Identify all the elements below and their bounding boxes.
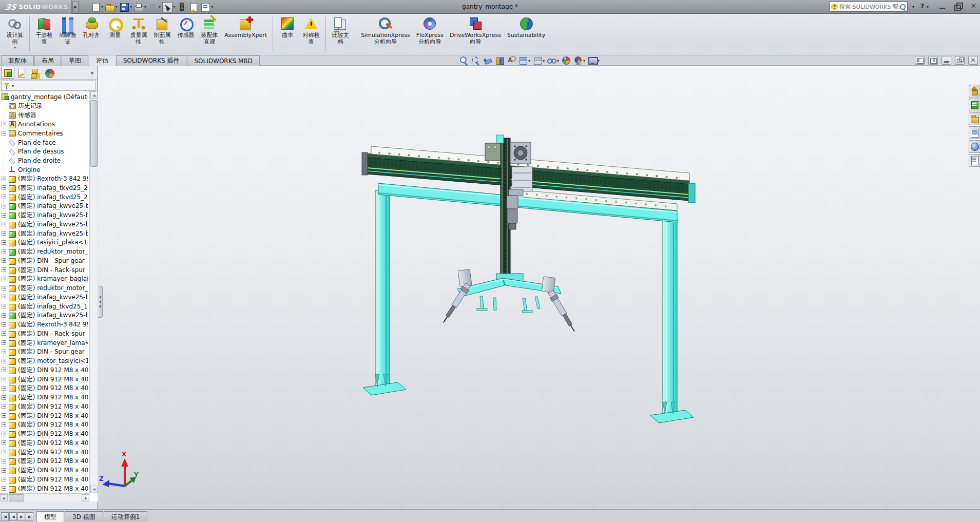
expand-toggle[interactable] [2, 395, 6, 400]
floxpress-button[interactable]: FloXpress 分析向导 ▾ [413, 15, 447, 46]
sustainability-button[interactable]: Sustainability ▾ [504, 15, 548, 39]
featuremanager-tab[interactable] [1, 67, 14, 79]
file-explorer-tab[interactable] [969, 112, 980, 125]
print-button[interactable]: ▾ [133, 2, 146, 12]
mass-properties-button[interactable]: 质量属 性 ▾ [127, 15, 150, 46]
dropdown-caret-icon[interactable]: ▾ [173, 5, 175, 9]
tab-assembly[interactable]: 装配体 [1, 55, 34, 66]
displaymanager-tab[interactable] [43, 67, 56, 79]
expand-toggle[interactable] [2, 185, 6, 190]
model-tab[interactable]: 模型 [36, 511, 64, 522]
propertymanager-tab[interactable] [15, 67, 28, 79]
design-study-button[interactable]: 设计算 例 ▾ [3, 15, 27, 50]
tab-sketch[interactable]: 草图 [62, 55, 88, 66]
panel-more-chevrons[interactable]: » [90, 69, 96, 76]
feature-tree-item[interactable]: (固定) DIN - Rack-spur [0, 265, 88, 275]
display-style-button[interactable]: ▾ [533, 56, 545, 65]
doc-restore-button[interactable] [955, 56, 965, 65]
rebuild-button[interactable]: ▾ [177, 2, 187, 12]
sensor-button[interactable]: 传感器 ▾ [174, 15, 198, 39]
feature-tree-item[interactable]: (固定) reduktor_motor_ [0, 284, 88, 293]
expand-toggle[interactable] [2, 413, 6, 418]
feature-tree-item[interactable]: (固定) inafag_tkvd25_10 [0, 302, 88, 311]
new-document-button[interactable]: ▾ [90, 2, 103, 12]
previous-view-button[interactable]: ▾ [483, 56, 492, 65]
feature-tree-item[interactable]: (固定) inafag_tkvd25_25 [0, 184, 88, 193]
section-properties-button[interactable]: 剖面属 性 ▾ [150, 15, 174, 46]
feature-tree-item[interactable]: (固定) DIN 912 M8 x 40 [0, 430, 88, 439]
expand-toggle[interactable] [2, 213, 6, 218]
hole-alignment-button[interactable]: 孔对齐 ▾ [80, 15, 103, 39]
feature-tree-item[interactable]: Plan de face [0, 138, 88, 147]
symmetry-check-button[interactable]: 对称检 查 ▾ [299, 15, 323, 46]
scroll-thumb[interactable] [9, 494, 24, 501]
view-orientation-button[interactable]: ▾ [518, 56, 530, 65]
expand-toggle[interactable] [2, 277, 6, 281]
simulationxpress-button[interactable]: SimulationXpress 分析向导 ▾ [358, 15, 413, 46]
section-view-button[interactable]: ▾ [495, 56, 504, 65]
expand-toggle[interactable] [2, 240, 6, 245]
dropdown-caret-icon[interactable]: ▾ [528, 59, 530, 63]
expand-toggle[interactable] [2, 295, 6, 299]
feature-tree-item[interactable]: (固定) inafag_tkvd25_25 [0, 192, 88, 202]
expand-toggle[interactable] [2, 304, 6, 308]
dropdown-caret-icon[interactable]: ▾ [583, 59, 585, 63]
driveworksxpress-button[interactable]: DriveWorksXpress 向导 ▾ [447, 15, 504, 46]
feature-tree-item[interactable]: 传感器 [0, 111, 88, 120]
dropdown-caret-icon[interactable]: ▾ [543, 59, 545, 63]
expand-toggle[interactable] [2, 359, 6, 363]
feature-tree-item[interactable]: Commentaires [0, 129, 88, 138]
assembly-visualization-button[interactable]: 装配体 直观 ▾ [198, 15, 221, 46]
feature-tree-item[interactable]: (固定) inafag_kwve25-b [0, 229, 88, 238]
tree-horizontal-scrollbar[interactable] [0, 493, 89, 501]
help-search-box[interactable]: ? [830, 2, 908, 12]
feature-tree-item[interactable]: (固定) DIN - Spur gear [0, 257, 88, 266]
motion-study-tab[interactable]: 运动算例1 [104, 511, 148, 522]
measure-button[interactable]: 测量 ▾ [103, 15, 127, 39]
feature-tree-root[interactable]: gantry_montage (Défaut< [0, 92, 88, 102]
feature-tree-item[interactable]: (固定) motor_tasiyici<1 [0, 357, 88, 366]
expand-toggle[interactable] [2, 177, 6, 181]
expand-toggle[interactable] [2, 404, 6, 409]
apply-scene-button[interactable]: ▾ [573, 56, 585, 65]
expand-toggle[interactable] [2, 459, 6, 463]
expand-toggle[interactable] [2, 350, 6, 354]
feature-tree-item[interactable]: (固定) DIN 912 M8 x 40 [0, 366, 88, 375]
app-restore-button[interactable] [953, 2, 964, 11]
view-settings-button[interactable]: ▾ [588, 56, 600, 65]
rewind-button[interactable]: |◀ [1, 512, 9, 521]
feature-tree-item[interactable]: (固定) DIN 912 M8 x 40 [0, 457, 88, 466]
tab-addins[interactable]: SOLIDWORKS 插件 [116, 55, 186, 66]
feature-tree-item[interactable]: (固定) DIN 912 M8 x 40 [0, 384, 88, 393]
tree-vertical-scrollbar[interactable] [89, 91, 98, 493]
right-welding-torch[interactable] [542, 277, 578, 334]
scroll-up-icon[interactable] [90, 91, 98, 99]
fast-forward-button[interactable]: ▶| [26, 512, 33, 521]
feature-tree-item[interactable]: (固定) krameyer_lama< [0, 338, 88, 347]
feature-tree-item[interactable]: 历史记录 [0, 102, 88, 111]
doc-minimize-button[interactable] [941, 56, 951, 65]
expand-toggle[interactable] [2, 468, 6, 473]
feature-tree-item[interactable]: Plan de dessus [0, 147, 88, 157]
expand-toggle[interactable] [2, 267, 6, 272]
expand-toggle[interactable] [2, 331, 6, 336]
expand-toggle[interactable] [2, 249, 6, 254]
zoom-to-fit-button[interactable]: ▾ [459, 56, 469, 65]
expand-toggle[interactable] [2, 195, 6, 199]
search-input[interactable] [838, 4, 899, 10]
gantry-assembly-model[interactable]: X Y Z [98, 66, 980, 509]
configurationmanager-tab[interactable] [29, 67, 42, 79]
orientation-triad[interactable]: X Y Z [99, 451, 139, 487]
feature-tree-item[interactable]: (固定) inafag_kwve25-b [0, 202, 88, 211]
feature-tree-item[interactable]: (固定) DIN 912 M8 x 40 [0, 420, 88, 430]
tree-filter[interactable]: ▾ [1, 81, 95, 91]
tab-mbd[interactable]: SOLIDWORKS MBD [187, 55, 259, 66]
left-welding-torch[interactable] [440, 269, 472, 324]
3d-views-tab[interactable]: 3D 视图 [65, 511, 103, 522]
ribbon-button[interactable]: ▾ [325, 16, 326, 51]
feature-tree-item[interactable]: (固定) inafag_kwve25-b [0, 311, 88, 320]
expand-toggle[interactable] [2, 231, 6, 236]
search-caret-icon[interactable]: ▾ [912, 5, 914, 9]
feature-tree-item[interactable]: (固定) reduktor_motor_ [0, 247, 88, 257]
feature-tree-item[interactable]: (固定) inafag_kwve25-b [0, 293, 88, 302]
